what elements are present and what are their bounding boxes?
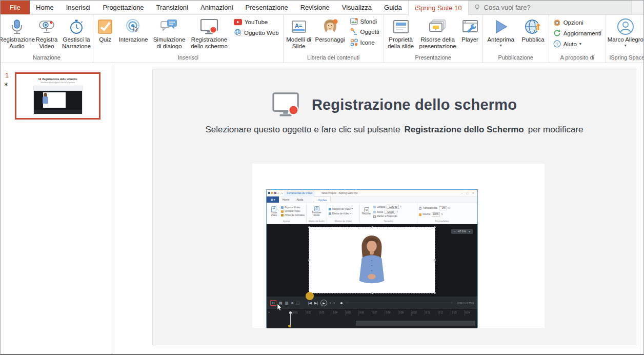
spinner-icon[interactable]: ⇅ [448, 207, 450, 210]
account-button[interactable]: Marco Allegro ▾ [607, 15, 644, 48]
undo-icon[interactable]: ↶ [277, 192, 279, 194]
menu-revisione[interactable]: Revisione [294, 1, 336, 14]
pincel-formatos-button[interactable]: Pincel de Formatos [281, 214, 305, 216]
publish-button[interactable]: Pubblica [518, 15, 548, 43]
prev-frame-icon[interactable]: ‹ [330, 301, 331, 305]
menu-visualizza[interactable]: Visualizza [336, 1, 378, 14]
file-tab[interactable]: File [1, 1, 30, 14]
tell-me-search[interactable] [469, 1, 632, 14]
menu-progettazione[interactable]: Progettazione [96, 1, 150, 14]
menu-guida[interactable]: Guida [378, 1, 408, 14]
remover-ruido-button[interactable]: ◫ Remover Ruído [311, 206, 323, 217]
group-label: iSpring Space [607, 54, 644, 63]
app-icon [268, 192, 270, 194]
minimize-icon[interactable]: – [461, 191, 462, 194]
zoom-control[interactable]: − 47.6% + [451, 229, 473, 234]
help-button[interactable]: ? Aiuto ▾ [553, 40, 601, 48]
selection-handle[interactable] [434, 259, 436, 261]
zoom-in-icon[interactable]: + [469, 230, 470, 233]
transparencia-field[interactable]: Transparência:0%⇅ [419, 206, 450, 210]
record-audio-button[interactable]: Registrazione Audio [1, 15, 33, 50]
selection-handle[interactable] [371, 292, 373, 294]
dialog-simulation-button[interactable]: Simulazione di dialogo [150, 15, 188, 50]
updates-button[interactable]: Aggiornamenti [553, 29, 601, 37]
mini-monitor-icon [38, 78, 41, 80]
selection-handle[interactable] [308, 226, 310, 228]
objects-button[interactable]: Oggetti [350, 28, 379, 35]
paste-icon[interactable]: ▥ [285, 301, 289, 305]
seek-track[interactable] [345, 303, 453, 303]
spinner-icon[interactable]: ⇅ [396, 211, 398, 213]
spinner-icon[interactable]: ⇅ [400, 206, 401, 208]
video-canvas-selection[interactable] [309, 227, 435, 293]
menu-transizioni[interactable]: Transizioni [150, 1, 194, 14]
campro-tab-help[interactable]: Ajuda [293, 196, 307, 203]
reiniciar-video-button[interactable]: Reiniciar Vídeo [281, 210, 305, 212]
icons-button[interactable]: Icone [350, 38, 379, 46]
exportar-video-button[interactable]: Exportar Vídeo [281, 206, 305, 209]
screen-recording-button[interactable]: Registrazione dello schermo [188, 15, 230, 50]
campro-tab-home[interactable]: Home [279, 196, 293, 203]
scissors-icon[interactable]: ✂ [270, 300, 276, 306]
delete-icon[interactable]: ✕ [291, 301, 294, 305]
spinner-icon[interactable]: ⇅ [441, 213, 442, 216]
youtube-button[interactable]: YouTube [234, 19, 279, 25]
timeline-clip[interactable] [356, 321, 475, 326]
menu-home[interactable]: Home [30, 1, 60, 14]
maximize-icon[interactable]: ▢ [466, 191, 469, 194]
selection-handle[interactable] [434, 226, 436, 228]
selection-handle[interactable] [308, 259, 310, 261]
screenshot-placeholder[interactable]: ↶ ↷ Ferramentas de Vídeo Novo Projeto - … [252, 164, 545, 328]
seek-handle[interactable] [340, 302, 343, 304]
record-video-button[interactable]: Registra Video [33, 15, 61, 50]
web-object-button[interactable]: Oggetto Web [234, 29, 279, 36]
add-track-icon[interactable]: + [268, 310, 270, 313]
slide-thumbnail[interactable]: Registrazione dello schermo Selezionare … [15, 72, 100, 120]
quick-access-toolbar[interactable]: ↶ ↷ [268, 192, 283, 194]
preview-button[interactable]: Anteprima ▾ [484, 15, 518, 48]
menu-animazioni[interactable]: Animazioni [194, 1, 239, 14]
timeline-marker [288, 325, 291, 327]
presentation-resources-button[interactable]: Risorse della presentazione [417, 15, 458, 50]
timeline-tick: 0:13 [451, 310, 464, 315]
redo-icon[interactable]: ↷ [280, 192, 283, 194]
quiz-button[interactable]: Quiz [94, 15, 116, 43]
zoom-out-icon[interactable]: − [454, 230, 455, 233]
group-presentazione: Proprietà della slide Risorse della pres… [384, 15, 483, 63]
margem-video-button[interactable]: Margem do Vídeo▾ [329, 208, 353, 210]
campro-ruler: 0:010:020:030:040:050:060:070:080:090:10… [292, 310, 477, 315]
menu-ispring-suite[interactable]: iSpring Suite 10 [408, 1, 469, 15]
player-button[interactable]: Player [458, 15, 482, 43]
skip-end-icon[interactable]: ▶| [314, 301, 318, 305]
manage-narration-button[interactable]: Gestisci la Narrazione [61, 15, 92, 50]
webcam-icon [38, 17, 55, 36]
close-icon[interactable]: ✕ [472, 191, 474, 194]
backgrounds-button[interactable]: Sfondi [350, 18, 379, 25]
play-button[interactable]: ▶ [320, 300, 327, 306]
altura-field[interactable]: Altura:720 px⇅ [373, 210, 401, 214]
menu-inserisci[interactable]: Inserisci [60, 1, 97, 14]
largura-field[interactable]: Largura:1280 px⇅ [373, 205, 401, 209]
skip-start-icon[interactable]: |◀ [308, 301, 312, 305]
crop-frame-icon[interactable]: ⬚ [296, 301, 300, 305]
volume-field[interactable]: Volume:100%⇅ [419, 212, 450, 216]
campro-tab-options[interactable]: Opções [314, 196, 331, 203]
slide-templates-button[interactable]: A= Modelli di Slide [284, 15, 314, 50]
slide-canvas[interactable]: Registrazione dello schermo Selezionare … [152, 69, 636, 345]
trocar-video-button[interactable]: ⇄ Trocar Vídeo [268, 206, 279, 217]
recortar-button[interactable]: ⧉ Recortar [361, 207, 372, 215]
options-button[interactable]: Opzioni [553, 18, 601, 26]
slide-properties-button[interactable]: Proprietà della slide [385, 15, 417, 50]
next-frame-icon[interactable]: › [333, 301, 334, 305]
characters-button[interactable]: Personaggi [314, 15, 347, 43]
manter-proporcao-checkbox[interactable]: ✓Manter a Proporção [373, 215, 401, 218]
selection-handle[interactable] [434, 292, 436, 294]
campro-file-button[interactable]: ▦ ▾ [267, 196, 279, 203]
search-input[interactable] [484, 4, 627, 11]
menu-presentazione[interactable]: Presentazione [239, 1, 294, 14]
selection-handle[interactable] [371, 226, 373, 228]
interaction-button[interactable]: Interazione [116, 15, 150, 43]
campro-timeline[interactable]: + 0:010:020:030:040:050:060:070:080:090:… [267, 309, 477, 328]
efeitos-video-button[interactable]: Efeitos de Vídeo▾ [329, 212, 353, 215]
group-label: Pubblicazione [484, 54, 548, 63]
